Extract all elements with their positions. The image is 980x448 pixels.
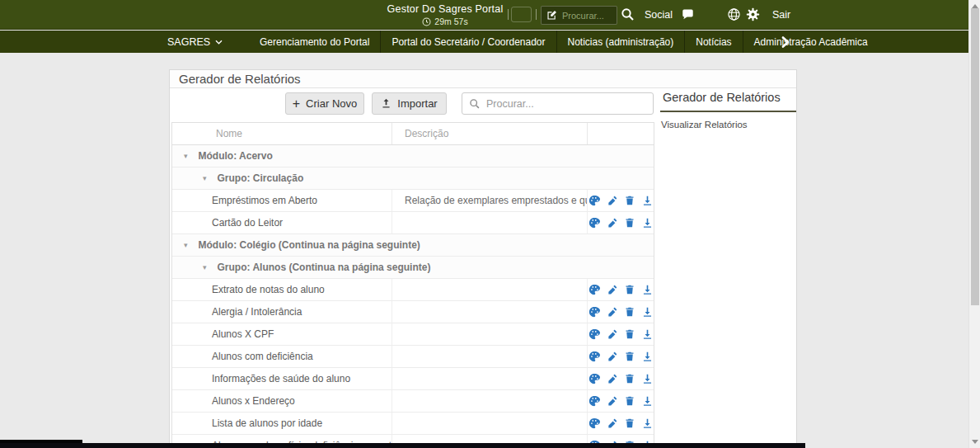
report-description <box>392 301 587 323</box>
search-icon <box>469 98 481 110</box>
search-icon[interactable] <box>621 7 635 21</box>
trash-icon[interactable] <box>625 285 635 295</box>
globe-icon[interactable] <box>727 7 741 21</box>
pencil-icon[interactable] <box>607 396 617 406</box>
bottom-dark-strip <box>0 443 805 448</box>
report-row: Empréstimos em AbertoRelação de exemplar… <box>172 190 654 212</box>
group-label: Grupo: Circulação <box>218 172 304 184</box>
global-search-field[interactable]: Procurar... <box>541 6 617 25</box>
download-icon[interactable] <box>642 396 653 407</box>
trash-icon[interactable] <box>625 196 635 205</box>
report-description <box>392 346 587 367</box>
trash-icon[interactable] <box>625 351 635 361</box>
pencil-icon[interactable] <box>607 196 617 205</box>
palette-icon[interactable] <box>588 217 600 229</box>
report-actions <box>587 323 654 345</box>
download-icon[interactable] <box>642 196 653 206</box>
pencil-icon[interactable] <box>607 351 617 361</box>
global-search-placeholder: Procurar... <box>562 11 604 21</box>
nav-brand-sagres[interactable]: SAGRES <box>167 31 223 53</box>
download-icon[interactable] <box>642 285 653 295</box>
palette-icon[interactable] <box>588 306 600 318</box>
table-header-row: Nome Descrição <box>172 122 654 145</box>
gear-icon[interactable] <box>746 7 760 21</box>
report-name[interactable]: Empréstimos em Aberto <box>172 190 392 211</box>
pencil-icon[interactable] <box>607 418 617 428</box>
report-name[interactable]: Informações de saúde do aluno <box>172 368 392 389</box>
nav-item[interactable]: Portal do Secretário / Coordenador <box>380 31 556 53</box>
trash-icon[interactable] <box>625 329 635 339</box>
trash-icon[interactable] <box>625 307 635 317</box>
palette-icon[interactable] <box>588 328 600 340</box>
scroll-down-arrow-icon[interactable] <box>972 440 978 444</box>
palette-icon[interactable] <box>588 195 600 206</box>
download-icon[interactable] <box>642 351 653 362</box>
download-icon[interactable] <box>642 374 653 384</box>
download-icon[interactable] <box>642 329 653 340</box>
app-title: Gestor Do Sagres Portal <box>375 3 515 15</box>
collapse-caret-icon[interactable]: ▾ <box>184 242 188 249</box>
clock-icon <box>422 17 431 26</box>
chevron-right-icon <box>781 36 790 48</box>
report-name[interactable]: Alunos com deficiência <box>172 346 392 367</box>
report-name[interactable]: Cartão do Leitor <box>172 212 392 233</box>
pencil-icon[interactable] <box>607 307 617 317</box>
nav-item[interactable]: Notícias <box>684 31 742 53</box>
download-icon[interactable] <box>642 307 653 318</box>
report-name[interactable]: Extrato de notas do aluno <box>172 279 392 300</box>
report-row: Lista de alunos por idade <box>172 413 654 435</box>
pencil-icon[interactable] <box>607 329 617 339</box>
pencil-icon[interactable] <box>607 218 617 228</box>
report-row: Cartão do Leitor <box>172 212 654 234</box>
import-button[interactable]: Importar <box>372 92 447 115</box>
main-navbar: SAGRES Gerenciamento do PortalPortal do … <box>0 31 968 53</box>
trash-icon[interactable] <box>625 374 635 384</box>
report-table-body: ▾Módulo: Acervo▾Grupo: CirculaçãoEmprést… <box>172 145 654 448</box>
pencil-icon[interactable] <box>607 374 617 384</box>
create-new-button[interactable]: + Criar Novo <box>285 92 364 115</box>
chat-bubble-icon[interactable] <box>681 7 694 21</box>
group-row[interactable]: ▾Grupo: Circulação <box>172 167 654 190</box>
group-row[interactable]: ▾Grupo: Alunos (Continua na página segui… <box>172 257 654 279</box>
palette-icon[interactable] <box>588 373 600 384</box>
side-menu-title: Gerador de Relatórios <box>660 91 797 112</box>
side-menu-item[interactable]: Visualizar Relatórios <box>661 120 797 130</box>
reports-search-box <box>462 92 654 115</box>
download-icon[interactable] <box>642 218 653 229</box>
palette-icon[interactable] <box>588 395 600 407</box>
pencil-icon[interactable] <box>607 285 617 295</box>
social-link[interactable]: Social <box>645 9 673 21</box>
nav-item[interactable]: Gerenciamento do Portal <box>249 31 380 53</box>
nav-item[interactable]: Noticias (administração) <box>556 31 685 53</box>
logout-link[interactable]: Sair <box>772 9 790 21</box>
report-actions <box>587 413 654 434</box>
scrollbar-thumb[interactable] <box>971 8 979 305</box>
palette-icon[interactable] <box>588 284 600 295</box>
collapse-caret-icon[interactable]: ▾ <box>184 153 188 160</box>
module-row[interactable]: ▾Módulo: Acervo <box>172 145 654 167</box>
plus-icon: + <box>293 97 300 111</box>
download-icon[interactable] <box>642 418 653 429</box>
collapse-caret-icon[interactable]: ▾ <box>203 175 207 182</box>
report-name[interactable]: Lista de alunos por idade <box>172 413 392 434</box>
palette-icon[interactable] <box>588 417 600 429</box>
session-timer: 29m 57s <box>375 17 515 26</box>
report-row: Extrato de notas do aluno <box>172 279 654 301</box>
module-row[interactable]: ▾Módulo: Colégio (Continua na página seg… <box>172 234 654 257</box>
report-actions <box>587 190 654 211</box>
collapse-caret-icon[interactable]: ▾ <box>203 264 207 271</box>
trash-icon[interactable] <box>625 218 635 228</box>
report-name[interactable]: Alergia / Intolerância <box>172 301 392 323</box>
nav-more-button[interactable] <box>781 36 790 48</box>
report-name[interactable]: Alunos x Endereço <box>172 390 392 412</box>
palette-icon[interactable] <box>588 351 600 362</box>
page-scrollbar[interactable] <box>968 0 980 448</box>
panel-side-menu: Gerador de Relatórios Visualizar Relatór… <box>660 91 797 130</box>
trash-icon[interactable] <box>625 396 635 406</box>
report-description <box>392 212 587 233</box>
trash-icon[interactable] <box>625 418 635 428</box>
report-actions <box>587 346 654 367</box>
nav-item[interactable]: Administração Acadêmica <box>743 31 879 53</box>
report-name[interactable]: Alunos X CPF <box>172 323 392 345</box>
reports-search-input[interactable] <box>486 98 646 110</box>
